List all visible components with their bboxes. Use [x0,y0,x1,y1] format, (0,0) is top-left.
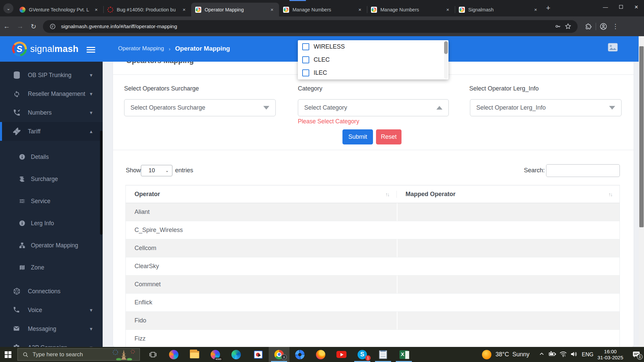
tab-close-icon[interactable]: × [356,6,364,13]
browser-tab[interactable]: Manage Numbers× [367,3,455,16]
profile-icon[interactable] [597,22,609,31]
maximize-button[interactable] [613,0,629,14]
sidebar-item-ob-sip-trunking[interactable]: OB SIP Trunking▼ [0,66,103,84]
tray-expand-chevron-icon[interactable] [536,351,547,359]
page-scrollbar-track[interactable] [639,36,644,347]
taskbar-copilot[interactable] [163,347,184,362]
taskbar-search-box[interactable]: Type here to search [17,348,140,361]
column-header-mapped-operator[interactable]: Mapped Operator ↑↓ [397,191,620,198]
back-icon[interactable]: ← [0,22,13,30]
taskbar-excel[interactable] [393,347,414,362]
taskbar-youtube[interactable] [331,347,352,362]
battery-icon[interactable] [547,350,558,359]
table-row[interactable]: Fizz [126,330,620,348]
sort-icon[interactable]: ↑↓ [385,191,389,197]
submit-button[interactable]: Submit [342,129,373,144]
surcharge-select[interactable]: Select Operators Surcharge [124,99,276,116]
reset-button[interactable]: Reset [376,129,401,144]
category-option-clec[interactable]: CLEC [298,53,448,66]
tab-close-icon[interactable]: × [532,6,539,13]
sidebar-item-zone[interactable]: Zone [0,256,103,279]
reload-icon[interactable]: ↻ [27,22,40,31]
tab-close-icon[interactable]: × [180,6,188,13]
category-option-wireless[interactable]: WIRELESS [298,40,448,53]
avatar-image-placeholder-icon[interactable] [608,43,618,53]
browser-tab[interactable]: Manage Numbers× [279,3,367,16]
taskbar-firefox[interactable] [310,347,331,362]
sidebar-item-details[interactable]: Details [0,146,103,168]
url-omnibox[interactable]: signalmash.gventure.info/#/tariff/operat… [43,20,578,33]
weather-widget[interactable]: 38°C Sunny [482,350,529,359]
minimize-button[interactable]: — [598,0,613,14]
breadcrumb-parent[interactable]: Operator Mapping [118,45,164,52]
edge-icon [231,350,241,359]
browser-menu-icon[interactable]: ⋮ [609,22,622,30]
sidebar-item-surcharge[interactable]: Surcharge [0,168,103,190]
breadcrumb-current[interactable]: Operator Mapping [175,45,230,52]
table-row[interactable]: Fido [126,312,620,330]
table-row[interactable]: ClearSky [126,257,620,276]
tab-close-icon[interactable]: × [93,6,100,13]
start-button[interactable] [0,347,16,362]
language-indicator[interactable]: ENG [582,352,594,358]
new-tab-button[interactable]: + [546,4,550,12]
tab-close-icon[interactable]: × [268,6,276,13]
sidebar-item-tariff[interactable]: Tariff▲ [0,122,103,141]
taskbar-hub-app[interactable] [289,347,310,362]
table-row[interactable]: Enflick [126,294,620,312]
checkbox-unchecked[interactable] [302,43,309,50]
taskbar-file-explorer[interactable] [184,347,205,362]
forward-icon[interactable]: → [13,22,27,30]
sidebar-item-messaging[interactable]: Messaging▼ [0,319,103,338]
passwords-key-icon[interactable] [553,23,563,30]
sidebar-item-a2p-campaign[interactable]: A2P Campaign▼ [0,338,103,347]
browser-tab[interactable]: Operator Mapping× [191,3,279,16]
brand-logo[interactable]: signalmash [0,36,103,62]
checkbox-unchecked[interactable] [302,56,309,63]
sidebar-item-reseller-management[interactable]: Reseller Management▼ [0,84,103,103]
browser-tab[interactable]: Signalmash× [455,3,543,16]
browser-tab[interactable]: Bug #14050: Production bu× [103,3,191,16]
sidebar-item-operator-mapping[interactable]: Operator Mapping [0,234,103,256]
table-row[interactable]: Cellcom [126,239,620,257]
taskbar-chrome-active[interactable] [269,347,289,362]
clock[interactable]: 16:00 31-03-2025 [597,349,623,361]
extensions-icon[interactable] [582,23,594,30]
bookmark-star-icon[interactable] [563,23,573,30]
url-text[interactable]: signalmash.gventure.info/#/tariff/operat… [61,23,553,29]
page-scrollbar-thumb[interactable] [639,46,644,227]
browser-tab[interactable]: GVenture Technology Pvt. L× [15,3,103,16]
sidebar-item-lerg-info[interactable]: Lerg Info [0,212,103,234]
sidebar-item-voice[interactable]: Voice▼ [0,301,103,319]
sidebar-item-connections[interactable]: Connections [0,282,103,301]
checkbox-unchecked[interactable] [302,69,309,76]
dropdown-scrollbar[interactable] [444,41,448,54]
lerg-select[interactable]: Select Operator Lerg_Info [470,99,622,116]
sidebar-item-numbers[interactable]: Numbers▼ [0,103,103,122]
table-row[interactable]: C_Spire_Wireless [126,221,620,239]
site-info-icon[interactable] [48,23,58,30]
close-button[interactable]: × [629,0,644,14]
category-option-ilec[interactable]: ILEC [298,66,448,79]
taskbar-notepad[interactable] [373,347,393,362]
task-view-button[interactable] [143,347,163,362]
volume-icon[interactable] [569,350,579,359]
sidebar-item-service[interactable]: Service [0,190,103,212]
taskbar-irfanview[interactable] [248,347,269,362]
sort-icon[interactable]: ↑↓ [608,191,612,197]
search-input[interactable] [546,164,620,177]
taskbar-m365[interactable]: M365 [205,347,226,362]
notification-center-button[interactable]: 1 [629,347,644,362]
table-row[interactable]: Aliant [126,203,620,221]
page-size-select[interactable]: 10 ⌄ [141,165,172,176]
wifi-icon[interactable] [558,350,569,359]
table-row[interactable]: Commnet [126,276,620,294]
taskbar-skype[interactable]: S 1 [352,347,373,362]
tab-close-icon[interactable]: × [444,6,451,13]
column-header-operator[interactable]: Operator ↑↓ [126,191,397,198]
taskbar-edge[interactable] [226,347,247,362]
hamburger-menu-icon[interactable] [87,46,95,54]
category-select[interactable]: Select Category [298,99,449,116]
sidebar-scrollbar[interactable] [100,131,103,235]
tab-search-chevron-icon[interactable]: ⌄ [3,3,13,13]
